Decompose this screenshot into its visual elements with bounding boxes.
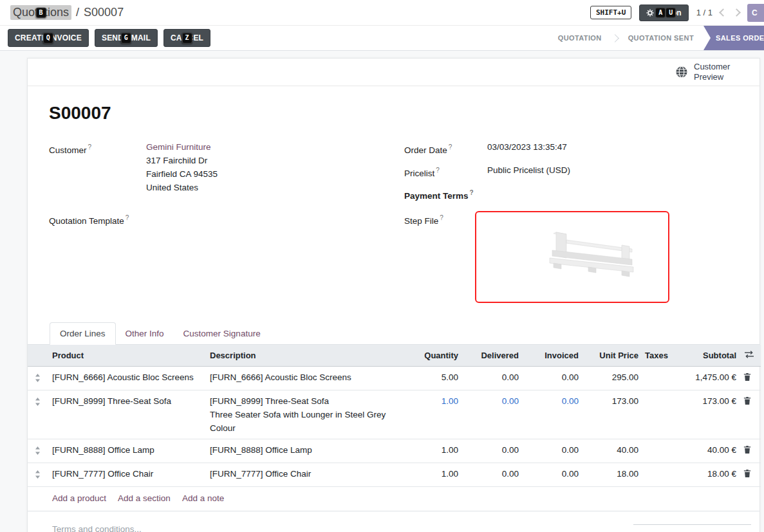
- quantity-cell[interactable]: 1.00: [404, 390, 463, 439]
- header-action-buttons: CREATE INVOICE Q SEND EMAIL G CANCEL Z: [8, 26, 210, 50]
- product-column-header: Product: [47, 345, 205, 367]
- invoiced-cell[interactable]: 0.00: [524, 463, 584, 487]
- quantity-cell[interactable]: 5.00: [404, 367, 463, 390]
- statusbar: QUOTATION QUOTATION SENT SALES ORDER: [548, 26, 764, 50]
- description-line1: [FURN_6666] Acoustic Bloc Screens: [210, 371, 399, 384]
- taxes-cell[interactable]: [644, 463, 673, 487]
- delivered-cell[interactable]: 0.00: [463, 390, 524, 439]
- delivered-cell[interactable]: 0.00: [463, 463, 524, 487]
- action-menu-button[interactable]: Action A U: [639, 5, 688, 21]
- pager-next-icon[interactable]: [732, 8, 741, 17]
- tab-order-lines[interactable]: Order Lines: [50, 322, 116, 345]
- customer-preview-link[interactable]: Customer Preview: [694, 62, 740, 83]
- terms-placeholder[interactable]: Terms and conditions...: [52, 524, 142, 532]
- order-date-label: Order Date?: [404, 140, 487, 157]
- customer-field-label: Customer?: [49, 140, 146, 194]
- create-button-partial[interactable]: C: [747, 4, 764, 22]
- help-icon: ?: [470, 189, 474, 196]
- delete-line-button[interactable]: [741, 463, 761, 487]
- product-cell[interactable]: [FURN_6666] Acoustic Bloc Screens: [47, 367, 205, 390]
- subtotal-cell: 1,475.00 €: [673, 367, 741, 390]
- customer-field-value: Gemini Furniture 317 Fairchild Dr Fairfi…: [146, 140, 218, 194]
- product-cell[interactable]: [FURN_8999] Three-Seat Sofa: [47, 390, 205, 439]
- delete-line-button[interactable]: [741, 439, 761, 463]
- order-line-row: [FURN_7777] Office Chair [FURN_7777] Off…: [28, 463, 761, 487]
- hotkey-badge-b: B: [36, 7, 46, 18]
- step-file-image-widget[interactable]: [475, 211, 669, 303]
- delivered-cell[interactable]: 0.00: [463, 367, 524, 390]
- breadcrumb-parent[interactable]: Quotations B: [10, 5, 71, 20]
- send-email-button[interactable]: SEND EMAIL G: [95, 29, 158, 47]
- adjust-columns-icon: [744, 351, 754, 358]
- taxes-column-header: Taxes: [644, 345, 673, 367]
- unit-price-cell[interactable]: 18.00: [584, 463, 644, 487]
- quotation-template-field-row: Quotation Template?: [49, 211, 404, 228]
- customer-address-line3: United States: [146, 181, 218, 194]
- step-file-field-row: Step File?: [404, 211, 738, 303]
- invoiced-cell[interactable]: 0.00: [524, 439, 584, 463]
- drag-handle[interactable]: [28, 367, 47, 390]
- description-cell[interactable]: [FURN_6666] Acoustic Bloc Screens: [205, 367, 404, 390]
- product-cell[interactable]: [FURN_8888] Office Lamp: [47, 439, 205, 463]
- taxes-cell[interactable]: [644, 367, 673, 390]
- subtotal-cell: 18.00 €: [673, 463, 741, 487]
- pricelist-value[interactable]: Public Pricelist (USD): [487, 163, 570, 180]
- delete-line-button[interactable]: [741, 390, 761, 439]
- unit-price-cell[interactable]: 173.00: [584, 390, 644, 439]
- shortcut-hint-badge: SHIFT+U: [590, 6, 631, 19]
- trash-icon: [743, 445, 751, 454]
- fields-left-column: Customer? Gemini Furniture 317 Fairchild…: [49, 140, 404, 309]
- control-panel-top: Quotations B / S00007 SHIFT+U Action A U…: [0, 0, 764, 26]
- drag-handle[interactable]: [28, 439, 47, 463]
- status-step-quotation-sent[interactable]: QUOTATION SENT: [619, 34, 703, 42]
- add-product-link[interactable]: Add a product: [52, 493, 106, 503]
- step-file-3d-render: [524, 226, 640, 288]
- globe-icon: [675, 66, 688, 78]
- delete-line-button[interactable]: [741, 367, 761, 390]
- sort-handle-icon: [35, 374, 41, 382]
- help-icon: ?: [88, 143, 92, 151]
- action-statusbar-row: CREATE INVOICE Q SEND EMAIL G CANCEL Z Q…: [0, 26, 764, 51]
- tab-other-info[interactable]: Other Info: [116, 323, 174, 344]
- order-date-value[interactable]: 03/03/2023 13:35:47: [487, 140, 567, 157]
- unit-price-cell[interactable]: 40.00: [584, 439, 644, 463]
- taxes-cell[interactable]: [644, 439, 673, 463]
- pager-previous-icon[interactable]: [719, 8, 727, 17]
- total-summary: Total: 1,706.00 €: [633, 524, 751, 532]
- tab-customer-signature[interactable]: Customer Signature: [174, 323, 270, 344]
- cancel-button[interactable]: CANCEL Z: [163, 29, 210, 47]
- product-cell[interactable]: [FURN_7777] Office Chair: [47, 463, 205, 487]
- help-icon: ?: [440, 214, 443, 221]
- quantity-cell[interactable]: 1.00: [404, 463, 463, 487]
- description-cell[interactable]: [FURN_8999] Three-Seat Sofa Three Seater…: [205, 390, 404, 439]
- unit-price-cell[interactable]: 295.00: [584, 367, 644, 390]
- quotation-template-label: Quotation Template?: [49, 211, 146, 228]
- status-step-sales-order-active[interactable]: SALES ORDER: [703, 26, 764, 50]
- form-sheet: Customer Preview S00007 Customer? Gemini…: [27, 58, 760, 532]
- step-file-label: Step File?: [404, 211, 475, 303]
- add-section-link[interactable]: Add a section: [118, 493, 171, 503]
- description-cell[interactable]: [FURN_8888] Office Lamp: [205, 439, 404, 463]
- customer-link[interactable]: Gemini Furniture: [146, 140, 218, 154]
- help-icon: ?: [126, 214, 129, 221]
- description-cell[interactable]: [FURN_7777] Office Chair: [205, 463, 404, 487]
- sort-handle-icon: [35, 446, 41, 455]
- description-column-header: Description: [205, 345, 404, 367]
- status-step-quotation[interactable]: QUOTATION: [548, 34, 611, 42]
- title-block: S00007: [28, 86, 759, 136]
- invoiced-cell[interactable]: 0.00: [524, 367, 584, 390]
- drag-handle[interactable]: [28, 463, 47, 487]
- taxes-cell[interactable]: [644, 390, 673, 439]
- payment-terms-field-row: Payment Terms?: [404, 186, 738, 203]
- quantity-cell[interactable]: 1.00: [404, 439, 463, 463]
- optional-columns-toggle[interactable]: [741, 345, 761, 367]
- subtotal-cell: 40.00 €: [673, 439, 741, 463]
- invoiced-cell[interactable]: 0.00: [524, 390, 584, 439]
- drag-handle[interactable]: [28, 390, 47, 439]
- delivered-cell[interactable]: 0.00: [463, 439, 524, 463]
- sheet-bottom: Terms and conditions... Total: 1,706.00 …: [28, 511, 759, 532]
- hotkey-badge-a: A: [655, 7, 666, 18]
- notebook-tabs: Order Lines Other Info Customer Signatur…: [28, 322, 759, 345]
- create-invoice-button[interactable]: CREATE INVOICE Q: [8, 29, 89, 47]
- add-note-link[interactable]: Add a note: [182, 493, 224, 503]
